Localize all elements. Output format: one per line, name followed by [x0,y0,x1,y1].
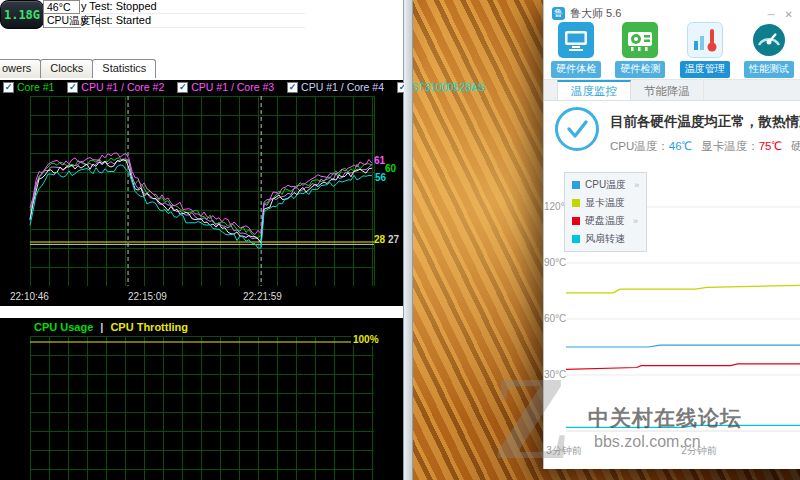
tab-温度监控[interactable]: 温度监控 [557,80,631,100]
chart-legend-item: 风扇转速 [572,232,639,246]
legend-color-swatch [572,235,580,243]
status-detail-label: 显卡温度： [701,140,759,152]
benchmark-icon [751,22,787,58]
status-detail-label: 硬盘 [791,140,800,152]
status-detail-value: 46℃ [669,140,692,152]
hardware-scan-icon [622,22,658,58]
legend-text: 硬盘温度 [585,214,625,228]
legend-color-swatch [572,217,580,225]
ludashi-nav: 硬件体检硬件检测温度管理性能测试 [544,22,800,79]
log-lines: y Test: Stoppedy Test: Started [81,0,305,28]
drag-arrow-icon: » [634,180,639,190]
tray-cpu-frequency-badge: 1.18G [0,0,44,29]
tab-节能降温[interactable]: 节能降温 [631,80,704,100]
trace-value-label: 28 [374,234,385,245]
nav-性能测试[interactable]: 性能测试 [737,22,800,79]
temp-graph-traces [0,80,403,306]
tab-owers[interactable]: owers [0,59,41,78]
usage-graph-title-usage: CPU Usage [34,321,93,333]
legend-item: ✓CPU #1 / Core #2 [67,81,164,93]
trace-value-label: 56 [375,172,386,183]
time-axis-label: 22:15:09 [128,291,167,302]
x-axis-label: 3分钟前 [542,444,586,458]
usage-graph-title-throttling: CPU Throttling [110,321,188,333]
legend-text: 风扇转速 [585,232,625,246]
monitoring-app-window: 1.18G 46°C CPU温度 y Test: Stoppedy Test: … [0,0,404,480]
y-axis-label: 120°C [544,201,563,212]
legend-color-swatch [572,181,580,189]
ludashi-logo-icon: 鲁 [552,7,565,20]
x-axis-label: 2分钟前 [677,444,721,458]
temperature-ok-check-icon [555,107,599,151]
chart-legend-item: 显卡温度 [572,196,639,210]
pc-check-icon [558,22,594,58]
nav-label: 温度管理 [680,61,730,78]
usage-level-label: 100% [351,334,381,345]
nav-温度管理[interactable]: 温度管理 [673,22,737,79]
tab-statistics[interactable]: Statistics [92,59,156,78]
nav-label: 硬件体检 [551,61,601,78]
usage-graph-title-separator: | [100,321,103,333]
legend-label: CPU #1 / Core #4 [301,81,384,93]
time-axis-label: 22:10:46 [10,291,49,302]
ludashi-titlebar[interactable]: 鲁 鲁大师 5.6 ─✕ [544,0,800,22]
ludashi-window: 鲁 鲁大师 5.6 ─✕ 硬件体检硬件检测温度管理性能测试 温度监控节能降温 目… [543,0,800,469]
window-buttons: ─✕ [758,4,793,22]
legend-label: Core #1 [17,81,54,93]
checkbox-checked-icon[interactable]: ✓ [287,82,298,93]
legend-text: 显卡温度 [585,196,625,210]
status-detail-value: 75℃ [759,140,782,152]
legend-item: ✓CPU #1 / Core #3 [177,81,274,93]
tab-clocks[interactable]: Clocks [40,59,93,78]
tray-tooltip-temperature: 46°C [43,0,80,14]
nav-label: 性能测试 [744,61,794,78]
y-axis-label: 60°C [544,313,563,324]
trace-value-label: 61 [374,155,385,166]
trace-value-label: 60 [385,163,396,174]
log-line: y Test: Started [81,14,305,28]
minimize-button[interactable]: ─ [768,9,775,20]
usage-graph-line [0,318,403,480]
left-tab-strip: owersClocksStatistics [0,59,155,78]
checkbox-checked-icon[interactable]: ✓ [177,82,188,93]
drag-arrow-icon: » [633,216,638,226]
lu-status-detail: CPU温度：46℃显卡温度：75℃硬盘 [610,139,800,154]
temperature-icon [687,22,723,58]
legend-label: CPU #1 / Core #2 [81,81,164,93]
chart-legend-item: 硬盘温度» [572,214,639,228]
temperature-status-headline: 目前各硬件温度均正常，散热情况 [610,113,800,131]
usage-graph-panel: CPU Usage | CPU Throttling 100% [0,318,403,480]
legend-label: CPU #1 / Core #3 [191,81,274,93]
usage-graph-header: CPU Usage | CPU Throttling [34,321,188,333]
nav-硬件体检[interactable]: 硬件体检 [544,22,608,79]
y-axis-label: 30°C [544,369,563,380]
temperature-chart: CPU温度»显卡温度硬盘温度»风扇转速 120°C90°C60°C30°C3分钟… [544,170,800,469]
log-line: y Test: Stopped [81,0,305,14]
legend-item: ✓Core #1 [3,81,54,93]
checkbox-checked-icon[interactable]: ✓ [3,82,14,93]
desktop: { "left_app": { "tray_badge": "1.18G", "… [0,0,800,480]
temperature-chart-legend: CPU温度»显卡温度硬盘温度»风扇转速 [564,172,647,252]
ludashi-tab-bar: 温度监控节能降温 [544,79,800,101]
temperature-graph-panel: ✓Core #1✓CPU #1 / Core #2✓CPU #1 / Core … [0,80,403,306]
legend-color-swatch [572,199,580,207]
chart-legend-item: CPU温度» [572,178,639,192]
trace-value-label: 27 [388,234,399,245]
checkbox-checked-icon[interactable]: ✓ [67,82,78,93]
time-axis-label: 22:21:59 [243,291,282,302]
legend-text: CPU温度 [585,178,626,192]
status-detail-label: CPU温度： [610,140,669,152]
nav-label: 硬件检测 [615,61,665,78]
y-axis-label: 90°C [544,257,563,268]
window-border-strip [404,0,413,480]
nav-硬件检测[interactable]: 硬件检测 [608,22,672,79]
legend-item: ✓CPU #1 / Core #4 [287,81,384,93]
legend-label: ST31000528AS [411,81,485,93]
ludashi-title: 鲁大师 5.6 [570,6,758,21]
close-button[interactable]: ✕ [785,9,793,20]
